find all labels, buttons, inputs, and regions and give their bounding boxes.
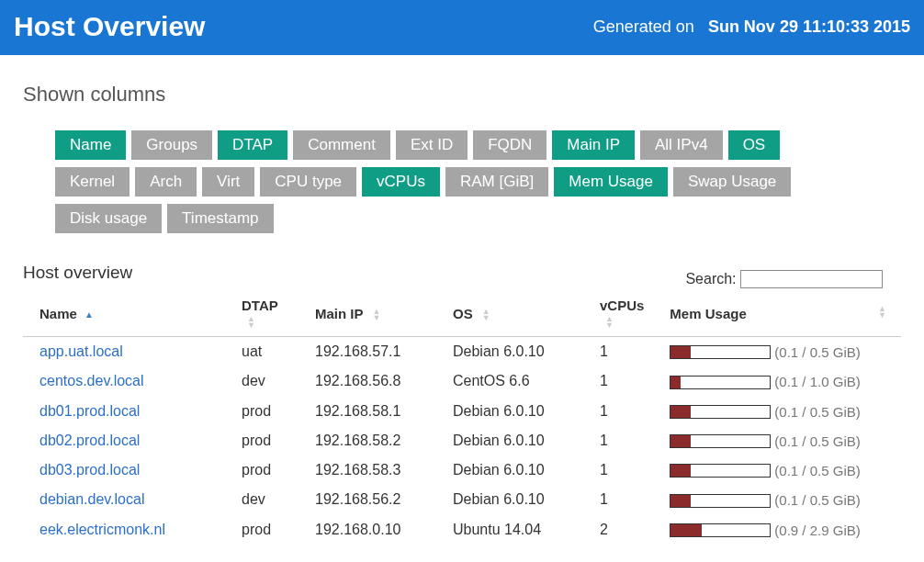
sort-icon: ▲▼: [247, 316, 255, 329]
filter-mem-usage[interactable]: Mem Usage: [554, 167, 668, 197]
table-row: db01.prod.localprod192.168.58.1Debian 6.…: [23, 397, 901, 426]
col-main-ip[interactable]: Main IP ▲▼: [299, 292, 436, 337]
filter-timestamp[interactable]: Timestamp: [167, 204, 273, 233]
filter-comment[interactable]: Comment: [293, 130, 390, 160]
filter-dtap[interactable]: DTAP: [218, 130, 287, 160]
cell-vcpus: 1: [583, 337, 653, 367]
cell-dtap: dev: [225, 366, 299, 396]
cell-vcpus: 1: [583, 397, 653, 426]
filter-virt[interactable]: Virt: [202, 167, 254, 197]
host-link[interactable]: db01.prod.local: [39, 403, 140, 419]
mem-bar: [670, 376, 771, 389]
col-os[interactable]: OS ▲▼: [436, 292, 583, 337]
mem-bar: [670, 345, 771, 359]
cell-vcpus: 2: [583, 515, 653, 545]
filter-groups[interactable]: Groups: [131, 130, 212, 160]
filter-ram-gib-[interactable]: RAM [GiB]: [445, 167, 548, 197]
mem-label: (0.1 / 0.5 GiB): [774, 463, 860, 478]
cell-dtap: prod: [225, 397, 299, 426]
cell-os: Ubuntu 14.04: [436, 515, 583, 545]
cell-os: Debian 6.0.10: [436, 426, 583, 455]
col-mem-usage[interactable]: Mem Usage ▲▼: [653, 292, 901, 337]
mem-bar: [670, 434, 771, 448]
filter-arch[interactable]: Arch: [135, 167, 197, 197]
cell-main_ip: 192.168.57.1: [299, 337, 436, 367]
cell-os: Debian 6.0.10: [436, 455, 583, 485]
mem-label: (0.1 / 0.5 GiB): [774, 433, 860, 449]
column-filters: NameGroupsDTAPCommentExt IDFQDNMain IPAl…: [55, 127, 854, 237]
sort-icon: ▲▼: [605, 316, 614, 329]
host-link[interactable]: app.uat.local: [39, 343, 123, 359]
page-header: Host Overview Generated on Sun Nov 29 11…: [0, 0, 924, 55]
filter-fqdn[interactable]: FQDN: [473, 130, 547, 160]
cell-main_ip: 192.168.0.10: [299, 515, 436, 545]
cell-os: Debian 6.0.10: [436, 337, 583, 367]
col-name[interactable]: Name ▲: [23, 292, 225, 337]
generated-label: Generated on: [593, 17, 694, 36]
filter-name[interactable]: Name: [55, 130, 126, 160]
sort-asc-icon: ▲: [85, 311, 94, 319]
filter-swap-usage[interactable]: Swap Usage: [673, 167, 791, 197]
cell-mem-usage: (0.1 / 1.0 GiB): [653, 366, 901, 396]
mem-bar: [670, 523, 771, 537]
cell-main_ip: 192.168.56.2: [299, 485, 436, 514]
host-link[interactable]: db02.prod.local: [39, 433, 140, 448]
cell-dtap: prod: [225, 426, 299, 455]
mem-label: (0.1 / 0.5 GiB): [774, 344, 860, 360]
search-input[interactable]: [740, 270, 883, 288]
cell-mem-usage: (0.1 / 0.5 GiB): [653, 397, 901, 426]
generated-date: Sun Nov 29 11:10:33 2015: [708, 17, 910, 36]
mem-label: (0.9 / 2.9 GiB): [774, 523, 860, 538]
search-label: Search:: [685, 271, 736, 287]
host-link[interactable]: centos.dev.local: [39, 373, 144, 388]
col-dtap[interactable]: DTAP ▲▼: [225, 292, 299, 337]
cell-dtap: prod: [225, 455, 299, 485]
filter-main-ip[interactable]: Main IP: [552, 130, 635, 160]
cell-os: Debian 6.0.10: [436, 485, 583, 514]
generated-on: Generated on Sun Nov 29 11:10:33 2015: [593, 17, 910, 37]
table-row: eek.electricmonk.nlprod192.168.0.10Ubunt…: [23, 515, 901, 545]
cell-mem-usage: (0.9 / 2.9 GiB): [653, 515, 901, 545]
mem-bar: [670, 494, 771, 508]
page-title: Host Overview: [14, 11, 205, 42]
cell-vcpus: 1: [583, 426, 653, 455]
cell-vcpus: 1: [583, 485, 653, 514]
cell-os: CentOS 6.6: [436, 366, 583, 396]
search-row: Search:: [23, 270, 901, 288]
mem-label: (0.1 / 0.5 GiB): [774, 404, 860, 420]
table-row: db03.prod.localprod192.168.58.3Debian 6.…: [23, 455, 901, 485]
filter-disk-usage[interactable]: Disk usage: [55, 204, 162, 233]
cell-main_ip: 192.168.58.2: [299, 426, 436, 455]
col-vcpus[interactable]: vCPUs ▲▼: [583, 292, 653, 337]
cell-mem-usage: (0.1 / 0.5 GiB): [653, 426, 901, 455]
sort-icon: ▲▼: [878, 306, 886, 319]
filter-kernel[interactable]: Kernel: [55, 167, 130, 197]
cell-mem-usage: (0.1 / 0.5 GiB): [653, 337, 901, 367]
cell-dtap: prod: [225, 515, 299, 545]
host-link[interactable]: eek.electricmonk.nl: [39, 522, 165, 537]
host-link[interactable]: db03.prod.local: [39, 462, 140, 478]
filter-vcpus[interactable]: vCPUs: [362, 167, 440, 197]
filter-os[interactable]: OS: [728, 130, 781, 160]
cell-main_ip: 192.168.58.3: [299, 455, 436, 485]
filter-ext-id[interactable]: Ext ID: [396, 130, 468, 160]
cell-mem-usage: (0.1 / 0.5 GiB): [653, 485, 901, 514]
sort-icon: ▲▼: [372, 309, 380, 321]
mem-bar: [670, 464, 771, 478]
hosts-table: Name ▲ DTAP ▲▼ Main IP ▲▼ OS ▲▼ vCPUs: [23, 292, 901, 545]
cell-dtap: uat: [225, 337, 299, 367]
table-row: db02.prod.localprod192.168.58.2Debian 6.…: [23, 426, 901, 455]
shown-columns-title: Shown columns: [23, 83, 901, 107]
mem-label: (0.1 / 0.5 GiB): [774, 493, 860, 509]
cell-vcpus: 1: [583, 366, 653, 396]
cell-main_ip: 192.168.56.8: [299, 366, 436, 396]
cell-os: Debian 6.0.10: [436, 397, 583, 426]
cell-vcpus: 1: [583, 455, 653, 485]
sort-icon: ▲▼: [482, 309, 490, 321]
filter-cpu-type[interactable]: CPU type: [260, 167, 356, 197]
cell-dtap: dev: [225, 485, 299, 514]
mem-bar: [670, 405, 771, 419]
host-link[interactable]: debian.dev.local: [39, 491, 144, 507]
filter-all-ipv4[interactable]: All IPv4: [640, 130, 723, 160]
table-row: app.uat.localuat192.168.57.1Debian 6.0.1…: [23, 337, 901, 367]
